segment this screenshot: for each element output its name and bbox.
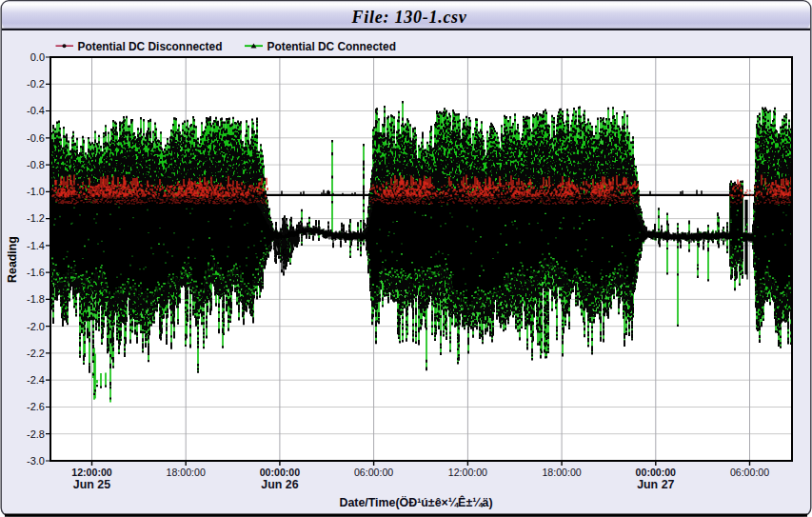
- svg-text:-1.6: -1.6: [27, 267, 45, 278]
- svg-text:00:00:00: 00:00:00: [260, 467, 301, 478]
- svg-text:12:00:00: 12:00:00: [448, 467, 487, 478]
- svg-text:06:00:00: 06:00:00: [730, 467, 769, 478]
- svg-text:Reading: Reading: [6, 236, 19, 283]
- svg-text:-2.4: -2.4: [27, 374, 45, 386]
- svg-text:12:00:00: 12:00:00: [71, 467, 112, 478]
- svg-text:-2.6: -2.6: [27, 401, 45, 412]
- svg-text:-0.4: -0.4: [27, 105, 45, 116]
- svg-text:18:00:00: 18:00:00: [542, 467, 581, 478]
- svg-text:File: 130-1.csv: File: 130-1.csv: [350, 8, 466, 27]
- svg-text:-1.4: -1.4: [27, 240, 45, 251]
- svg-text:-0.8: -0.8: [27, 159, 45, 170]
- svg-text:18:00:00: 18:00:00: [167, 467, 206, 478]
- svg-text:-1.0: -1.0: [27, 186, 45, 197]
- svg-text:Jun 27: Jun 27: [637, 478, 674, 491]
- svg-text:Jun 25: Jun 25: [73, 478, 110, 491]
- svg-text:0.0: 0.0: [30, 51, 45, 63]
- svg-text:Jun 26: Jun 26: [261, 478, 298, 491]
- svg-text:-1.8: -1.8: [27, 293, 45, 305]
- svg-text:06:00:00: 06:00:00: [354, 467, 393, 478]
- svg-text:00:00:00: 00:00:00: [636, 467, 677, 478]
- svg-text:-2.0: -2.0: [27, 321, 45, 332]
- svg-text:Date/Time(ÖÐ¹ú±ê×¼Ê±¼ä): Date/Time(ÖÐ¹ú±ê×¼Ê±¼ä): [339, 495, 492, 509]
- svg-text:-0.6: -0.6: [27, 132, 45, 144]
- svg-text:-0.2: -0.2: [27, 78, 45, 89]
- svg-text:-1.2: -1.2: [27, 212, 45, 224]
- svg-text:-3.0: -3.0: [27, 455, 45, 467]
- svg-text:-2.2: -2.2: [27, 348, 45, 359]
- svg-text:Potential DC Connected: Potential DC Connected: [267, 40, 396, 53]
- svg-text:Potential DC Disconnected: Potential DC Disconnected: [78, 40, 223, 53]
- svg-text:-2.8: -2.8: [27, 428, 45, 440]
